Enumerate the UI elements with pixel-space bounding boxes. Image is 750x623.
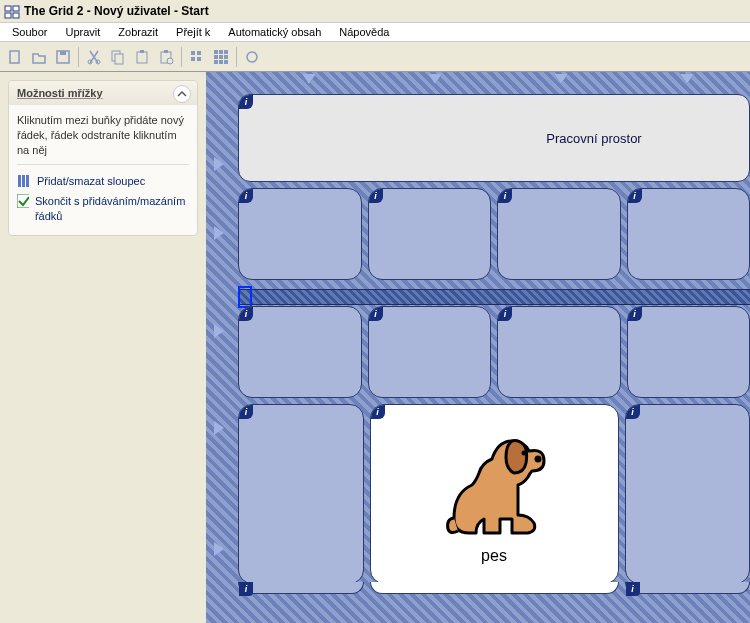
grid-cell[interactable]: i xyxy=(238,582,364,594)
grid-cell[interactable]: i xyxy=(368,188,492,280)
menu-goto[interactable]: Přejít k xyxy=(168,24,218,40)
info-marker-icon[interactable]: i xyxy=(239,95,253,109)
toolbar xyxy=(0,42,750,72)
info-marker-icon[interactable]: i xyxy=(239,189,253,203)
checkmark-icon xyxy=(17,194,29,208)
svg-point-15 xyxy=(167,58,173,64)
row-handle[interactable] xyxy=(206,142,232,187)
workspace-cell[interactable]: i Pracovní prostor xyxy=(238,94,750,182)
info-marker-icon[interactable]: i xyxy=(371,405,385,419)
side-panel: Možnosti mřížky Kliknutím mezi buňky při… xyxy=(0,72,206,623)
svg-rect-21 xyxy=(219,50,223,54)
menu-auto-content[interactable]: Automatický obsah xyxy=(220,24,329,40)
row-handle[interactable] xyxy=(206,279,232,381)
panel-hint-text: Kliknutím mezi buňky přidáte nový řádek,… xyxy=(17,113,189,158)
svg-rect-18 xyxy=(191,57,195,61)
column-handle[interactable] xyxy=(498,74,624,90)
menu-view[interactable]: Zobrazit xyxy=(110,24,166,40)
info-marker-icon[interactable]: i xyxy=(239,582,253,596)
info-marker-icon[interactable]: i xyxy=(498,307,512,321)
toolbar-cut-icon[interactable] xyxy=(83,46,105,68)
info-marker-icon[interactable]: i xyxy=(239,405,253,419)
info-marker-icon[interactable]: i xyxy=(628,189,642,203)
grid-cell-dog[interactable]: i pes xyxy=(370,404,619,584)
grid-cell[interactable]: i xyxy=(497,306,621,398)
grid-cell[interactable]: i xyxy=(497,188,621,280)
panel-title: Možnosti mřížky xyxy=(17,87,103,99)
option-add-remove-column[interactable]: Přidat/smazat sloupec xyxy=(17,171,189,192)
grid-options-panel: Možnosti mřížky Kliknutím mezi buňky při… xyxy=(8,80,198,236)
toolbar-new-icon[interactable] xyxy=(4,46,26,68)
columns-icon xyxy=(17,174,31,188)
grid-cell[interactable] xyxy=(370,582,619,594)
info-marker-icon[interactable]: i xyxy=(369,307,383,321)
grid-cell[interactable]: i xyxy=(368,306,492,398)
column-handle[interactable] xyxy=(246,74,372,90)
toolbar-save-icon[interactable] xyxy=(52,46,74,68)
grid-editor[interactable]: i Pracovní prostor i i i i i i i xyxy=(206,72,750,623)
info-marker-icon[interactable]: i xyxy=(239,307,253,321)
svg-rect-1 xyxy=(13,6,19,11)
svg-rect-23 xyxy=(214,55,218,59)
toolbar-paste-special-icon[interactable] xyxy=(155,46,177,68)
grid-cell[interactable]: i xyxy=(238,404,364,584)
info-marker-icon[interactable]: i xyxy=(628,307,642,321)
window-title: The Grid 2 - Nový uživatel - Start xyxy=(24,4,209,18)
toolbar-copy-icon[interactable] xyxy=(107,46,129,68)
triangle-right-icon xyxy=(214,226,224,240)
triangle-down-icon xyxy=(428,74,442,84)
grid-row: i i i i xyxy=(238,306,750,398)
svg-rect-3 xyxy=(13,13,19,18)
row-handle[interactable] xyxy=(206,474,232,623)
toolbar-paste-icon[interactable] xyxy=(131,46,153,68)
toolbar-separator xyxy=(181,47,182,67)
svg-rect-19 xyxy=(197,57,201,61)
svg-rect-28 xyxy=(224,60,228,64)
title-bar[interactable]: The Grid 2 - Nový uživatel - Start xyxy=(0,0,750,22)
collapse-button[interactable] xyxy=(173,85,191,103)
row-handle[interactable] xyxy=(206,382,232,475)
svg-rect-26 xyxy=(214,60,218,64)
svg-rect-4 xyxy=(10,51,19,63)
row-insertion-bar[interactable] xyxy=(238,286,750,308)
menu-edit[interactable]: Upravit xyxy=(57,24,108,40)
svg-point-35 xyxy=(535,456,542,463)
toolbar-grid-small-icon[interactable] xyxy=(186,46,208,68)
toolbar-separator xyxy=(78,47,79,67)
svg-rect-20 xyxy=(214,50,218,54)
grid-row-partial: i i xyxy=(238,582,750,594)
chevron-up-icon xyxy=(177,89,187,99)
grid-cell[interactable]: i xyxy=(625,582,751,594)
svg-rect-17 xyxy=(197,51,201,55)
column-handle[interactable] xyxy=(372,74,498,90)
svg-rect-25 xyxy=(224,55,228,59)
grid-cell[interactable]: i xyxy=(238,306,362,398)
option-finish-rows[interactable]: Skončit s přidáváním/mazáním řádků xyxy=(17,191,189,227)
triangle-right-icon xyxy=(214,157,224,171)
grid-cell[interactable]: i xyxy=(627,306,751,398)
svg-point-29 xyxy=(247,52,257,62)
panel-header[interactable]: Možnosti mřížky xyxy=(9,81,197,105)
toolbar-open-icon[interactable] xyxy=(28,46,50,68)
svg-rect-12 xyxy=(140,50,144,53)
triangle-down-icon xyxy=(680,74,694,84)
svg-rect-10 xyxy=(115,54,123,64)
info-marker-icon[interactable]: i xyxy=(369,189,383,203)
toolbar-record-icon[interactable] xyxy=(241,46,263,68)
info-marker-icon[interactable]: i xyxy=(626,405,640,419)
svg-rect-24 xyxy=(219,55,223,59)
menu-help[interactable]: Nápověda xyxy=(331,24,397,40)
row-handle[interactable] xyxy=(206,187,232,280)
workspace-label: Pracovní prostor xyxy=(546,131,641,146)
svg-rect-16 xyxy=(191,51,195,55)
column-handle[interactable] xyxy=(624,74,750,90)
insertion-hatch xyxy=(238,289,750,305)
grid-cell[interactable]: i xyxy=(238,188,362,280)
menu-file[interactable]: Soubor xyxy=(4,24,55,40)
grid-cell[interactable]: i xyxy=(627,188,751,280)
info-marker-icon[interactable]: i xyxy=(626,582,640,596)
grid-cell[interactable]: i xyxy=(625,404,751,584)
cell-label: pes xyxy=(481,547,507,565)
toolbar-grid-large-icon[interactable] xyxy=(210,46,232,68)
info-marker-icon[interactable]: i xyxy=(498,189,512,203)
